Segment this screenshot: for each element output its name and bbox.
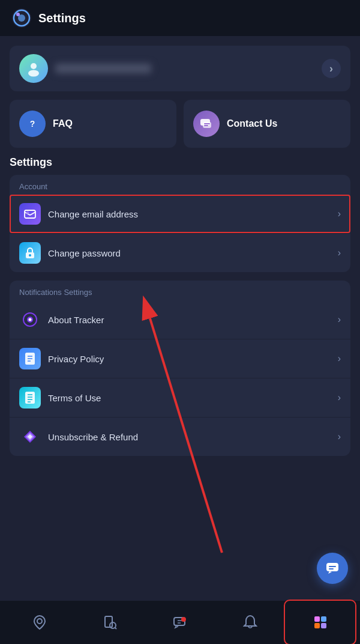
svg-point-3 <box>16 13 20 16</box>
change-password-item[interactable]: Change password › <box>10 233 350 272</box>
notifications-group-label: Notifications Settings <box>10 281 350 300</box>
svg-rect-34 <box>105 616 112 627</box>
profile-chevron-button[interactable]: › <box>322 59 341 78</box>
privacy-icon <box>19 348 41 369</box>
messages-icon <box>172 614 188 631</box>
svg-line-36 <box>115 628 117 630</box>
account-settings-group: Account Change email address › Change pa… <box>10 175 350 272</box>
search-device-icon <box>101 614 118 631</box>
terms-of-use-chevron-icon: › <box>338 392 341 403</box>
user-info <box>55 64 314 73</box>
svg-rect-32 <box>329 568 334 570</box>
page-title: Settings <box>38 11 86 25</box>
chevron-right-icon: › <box>329 62 333 75</box>
email-icon <box>19 203 41 225</box>
avatar <box>19 54 48 83</box>
about-tracker-item[interactable]: About Tracker › <box>10 300 350 339</box>
svg-rect-10 <box>204 123 210 124</box>
contact-us-icon <box>193 111 220 137</box>
terms-of-use-label: Terms of Use <box>48 393 331 403</box>
about-tracker-label: About Tracker <box>48 315 331 325</box>
unsubscribe-refund-chevron-icon: › <box>338 431 341 442</box>
svg-point-40 <box>181 617 186 622</box>
chat-bubbles-icon <box>199 116 214 132</box>
location-icon <box>31 614 48 631</box>
unsubscribe-refund-item[interactable]: Unsubscribe & Refund › <box>10 417 350 456</box>
faq-icon: ? <box>19 111 46 137</box>
privacy-policy-chevron-icon: › <box>338 353 341 364</box>
action-buttons-row: ? FAQ Contact Us <box>10 100 350 148</box>
user-name-blurred <box>55 64 151 73</box>
nav-item-settings[interactable] <box>285 601 355 644</box>
unsubscribe-refund-label: Unsubscribe & Refund <box>48 432 331 442</box>
svg-rect-41 <box>314 616 320 622</box>
change-email-item[interactable]: Change email address › <box>10 195 350 233</box>
svg-point-15 <box>29 254 31 257</box>
faq-label: FAQ <box>53 118 73 129</box>
svg-rect-31 <box>329 566 336 567</box>
svg-rect-11 <box>204 125 208 126</box>
change-email-chevron-icon: › <box>338 208 341 219</box>
svg-text:?: ? <box>30 119 35 129</box>
change-password-chevron-icon: › <box>338 248 341 258</box>
lock-icon <box>19 242 41 264</box>
app-header: Settings <box>0 0 360 36</box>
svg-point-18 <box>29 318 32 321</box>
change-email-label: Change email address <box>48 209 331 219</box>
faq-button[interactable]: ? FAQ <box>10 100 176 148</box>
settings-section-title: Settings <box>10 156 350 169</box>
tracker-icon <box>19 309 41 330</box>
notifications-settings-group: Notifications Settings About Tracker › P… <box>10 281 350 456</box>
bottom-navigation <box>0 601 360 644</box>
privacy-policy-label: Privacy Policy <box>48 354 331 364</box>
user-profile-row[interactable]: › <box>10 46 350 91</box>
contact-us-label: Contact Us <box>227 118 277 129</box>
svg-rect-42 <box>321 616 326 622</box>
nav-item-messages[interactable] <box>145 601 215 644</box>
floating-chat-button[interactable] <box>317 553 348 584</box>
account-group-label: Account <box>10 175 350 195</box>
svg-rect-12 <box>25 210 35 218</box>
terms-icon <box>19 387 41 409</box>
nav-item-notifications[interactable] <box>215 601 285 644</box>
svg-point-5 <box>28 70 39 77</box>
svg-point-13 <box>26 211 29 214</box>
svg-rect-44 <box>321 623 326 628</box>
bell-icon <box>242 614 259 631</box>
svg-point-4 <box>31 63 37 69</box>
contact-us-button[interactable]: Contact Us <box>184 100 350 148</box>
diamond-icon <box>19 426 41 448</box>
svg-point-33 <box>37 619 42 624</box>
nav-item-location[interactable] <box>5 601 75 644</box>
change-password-label: Change password <box>48 248 331 258</box>
about-tracker-chevron-icon: › <box>338 314 341 325</box>
privacy-policy-item[interactable]: Privacy Policy › <box>10 339 350 378</box>
person-icon <box>25 60 42 77</box>
app-logo-icon <box>12 8 31 28</box>
nav-item-search[interactable] <box>75 601 145 644</box>
grid-icon <box>312 614 329 631</box>
chat-bubble-icon <box>325 560 340 576</box>
question-mark-icon: ? <box>25 117 40 131</box>
svg-rect-43 <box>314 623 320 628</box>
terms-of-use-item[interactable]: Terms of Use › <box>10 378 350 417</box>
